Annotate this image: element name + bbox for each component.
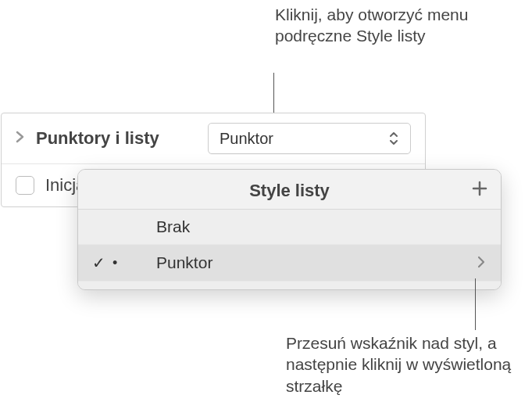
bullet-icon: •	[112, 255, 117, 271]
list-style-item-cutoff	[78, 282, 501, 289]
list-item-label: Brak	[94, 217, 485, 236]
list-styles-popover: Style listy Brak ✓ • Punktor	[77, 169, 502, 290]
popover-header: Style listy	[78, 170, 501, 210]
callout-bottom: Przesuń wskaźnik nad styl, a następnie k…	[286, 332, 528, 397]
dropcap-checkbox[interactable]	[16, 176, 34, 195]
updown-icon	[388, 131, 399, 146]
checkmark-icon: ✓	[92, 253, 105, 272]
list-item-label: Punktor	[125, 253, 477, 272]
chevron-right-icon[interactable]	[16, 131, 25, 147]
list-style-dropdown[interactable]: Punktor	[208, 123, 411, 154]
popover-title: Style listy	[249, 181, 330, 200]
callout-top: Kliknij, aby otworzyć menu podręczne Sty…	[275, 4, 532, 47]
list-style-item-none[interactable]: Brak	[78, 210, 501, 245]
list-style-item-bullet[interactable]: ✓ • Punktor	[78, 245, 501, 282]
dropdown-value: Punktor	[220, 130, 273, 148]
section-label: Punktory i listy	[36, 128, 159, 149]
bullets-lists-row: Punktory i listy Punktor	[2, 113, 425, 164]
chevron-right-icon[interactable]	[477, 253, 485, 273]
callout-line-bottom	[475, 278, 476, 330]
add-style-button[interactable]	[471, 178, 488, 201]
